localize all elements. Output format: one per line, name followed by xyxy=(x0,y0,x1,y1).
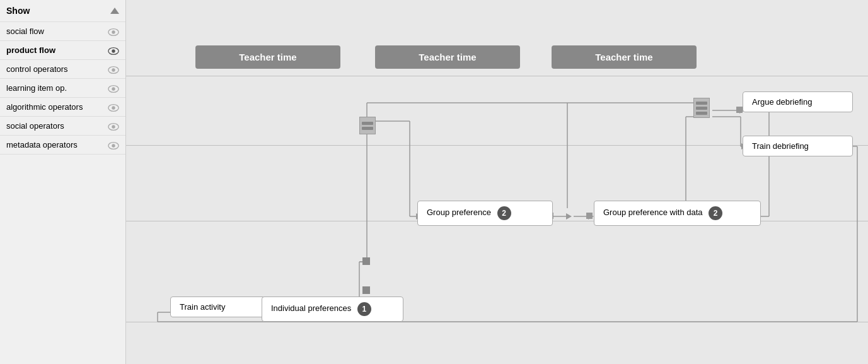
argue-debriefing-label: Argue debriefing xyxy=(752,97,812,107)
eye-icon-algorithmic-operators[interactable] xyxy=(108,103,119,111)
group-preference-badge: 2 xyxy=(497,206,511,220)
svg-marker-0 xyxy=(110,8,119,14)
sidebar-label-social-operators: social operators xyxy=(6,121,64,131)
individual-preferences-node[interactable]: Individual preferences 1 xyxy=(262,296,403,322)
group-preference-data-badge: 2 xyxy=(709,206,722,220)
h-line-1 xyxy=(126,76,868,76)
individual-preferences-badge: 1 xyxy=(357,302,371,316)
train-activity-node[interactable]: Train activity xyxy=(170,296,271,317)
main-canvas: Teacher time Teacher time Teacher time xyxy=(126,0,868,364)
svg-marker-29 xyxy=(588,213,594,220)
eye-icon-metadata-operators[interactable] xyxy=(108,141,119,149)
train-debriefing-label: Train debriefing xyxy=(752,141,809,151)
split-node-1[interactable] xyxy=(359,117,376,134)
sidebar-label-social-flow: social flow xyxy=(6,26,44,36)
svg-rect-53 xyxy=(362,286,370,294)
svg-point-6 xyxy=(112,68,115,71)
sidebar-item-social-flow[interactable]: social flow xyxy=(0,22,125,41)
sidebar-item-control-operators[interactable]: control operators xyxy=(0,60,125,79)
sidebar-item-social-operators[interactable]: social operators xyxy=(0,117,125,136)
sidebar-item-learning-item-op[interactable]: learning item op. xyxy=(0,79,125,98)
group-preference-node[interactable]: Group preference 2 xyxy=(417,201,553,226)
sidebar-label-product-flow: product flow xyxy=(6,45,55,55)
eye-icon-social-flow[interactable] xyxy=(108,28,119,35)
svg-rect-51 xyxy=(586,213,593,219)
sidebar: Show social flow product flow control op… xyxy=(0,0,126,364)
svg-point-2 xyxy=(112,30,115,33)
sidebar-label-control-operators: control operators xyxy=(6,64,68,74)
group-preference-label: Group preference xyxy=(427,208,491,217)
sidebar-label-metadata-operators: metadata operators xyxy=(6,140,78,150)
train-activity-label: Train activity xyxy=(180,302,225,312)
sidebar-label-algorithmic-operators: algorithmic operators xyxy=(6,102,83,112)
sidebar-header: Show xyxy=(0,0,125,22)
sidebar-item-product-flow[interactable]: product flow xyxy=(0,41,125,60)
teacher-box-1: Teacher time xyxy=(195,45,340,69)
svg-rect-52 xyxy=(362,257,370,265)
svg-marker-27 xyxy=(566,213,572,220)
sidebar-item-metadata-operators[interactable]: metadata operators xyxy=(0,136,125,155)
h-line-4 xyxy=(126,322,868,322)
train-debriefing-node[interactable]: Train debriefing xyxy=(743,136,853,156)
sidebar-label-learning-item-op: learning item op. xyxy=(6,83,67,93)
individual-preferences-label: Individual preferences xyxy=(271,303,351,313)
collapse-icon[interactable] xyxy=(110,5,119,16)
group-preference-data-node[interactable]: Group preference with data 2 xyxy=(594,201,761,226)
sidebar-item-algorithmic-operators[interactable]: algorithmic operators xyxy=(0,98,125,117)
eye-icon-learning-item-op[interactable] xyxy=(108,85,119,92)
eye-icon-social-operators[interactable] xyxy=(108,122,119,130)
svg-rect-54 xyxy=(736,107,743,113)
svg-point-10 xyxy=(112,106,115,109)
argue-debriefing-node[interactable]: Argue debriefing xyxy=(743,91,853,112)
sidebar-show-label: Show xyxy=(6,6,30,16)
eye-icon-control-operators[interactable] xyxy=(108,66,119,73)
teacher-box-2: Teacher time xyxy=(375,45,520,69)
teacher-box-3: Teacher time xyxy=(552,45,697,69)
svg-point-4 xyxy=(112,49,115,52)
split-node-2[interactable] xyxy=(693,98,710,118)
svg-point-12 xyxy=(112,125,115,128)
svg-point-14 xyxy=(112,144,115,147)
eye-icon-product-flow[interactable] xyxy=(108,47,119,54)
group-preference-data-label: Group preference with data xyxy=(603,208,703,217)
svg-point-8 xyxy=(112,87,115,90)
